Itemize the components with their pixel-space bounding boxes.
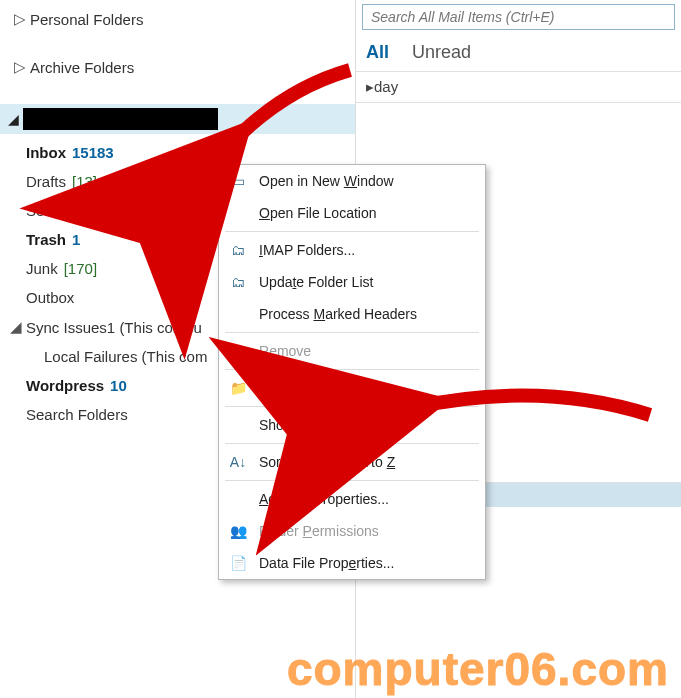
properties-icon: 📄 xyxy=(227,552,249,574)
remove-icon: ✖ xyxy=(227,340,249,362)
menu-data-file-properties[interactable]: 📄 Data File Properties... xyxy=(219,547,485,579)
search-input[interactable]: Search All Mail Items (Ctrl+E) xyxy=(362,4,675,30)
nav-personal-folders[interactable]: ▷ Personal Folders xyxy=(0,4,355,34)
nav-archive-folders[interactable]: ▷ Archive Folders xyxy=(0,52,355,82)
menu-account-properties[interactable]: Account Properties... xyxy=(219,483,485,515)
account-row-selected[interactable]: ◢ xyxy=(0,104,355,134)
refresh-folders-icon: 🗂 xyxy=(227,271,249,293)
window-icon: ▭ xyxy=(227,170,249,192)
menu-new-folder[interactable]: 📁 New Folder... xyxy=(219,372,485,404)
context-menu: ▭ Open in New Window Open File Location … xyxy=(218,164,486,580)
filter-row: All Unread xyxy=(356,36,681,72)
chevron-right-icon: ▷ xyxy=(14,10,24,28)
menu-process-marked-headers[interactable]: Process Marked Headers xyxy=(219,298,485,330)
blank-icon xyxy=(227,488,249,510)
menu-folder-permissions: 👥 Folder Permissions xyxy=(219,515,485,547)
menu-show-in-favorites[interactable]: Show in Favorites xyxy=(219,409,485,441)
chevron-down-icon: ◢ xyxy=(10,318,20,336)
folder-inbox[interactable]: Inbox 15183 xyxy=(22,138,355,167)
menu-separator xyxy=(225,231,479,232)
menu-update-folder-list[interactable]: 🗂 Update Folder List xyxy=(219,266,485,298)
blank-icon xyxy=(227,303,249,325)
sort-az-icon: A↓ xyxy=(227,451,249,473)
filter-unread[interactable]: Unread xyxy=(412,42,471,62)
menu-open-file-location[interactable]: Open File Location xyxy=(219,197,485,229)
chevron-down-icon: ◢ xyxy=(8,111,19,127)
folders-icon: 🗂 xyxy=(227,239,249,261)
menu-open-new-window[interactable]: ▭ Open in New Window xyxy=(219,165,485,197)
search-placeholder: Search All Mail Items (Ctrl+E) xyxy=(371,9,554,25)
watermark: computer06.com xyxy=(0,642,681,696)
filter-all[interactable]: All xyxy=(366,42,389,62)
menu-separator xyxy=(225,369,479,370)
menu-separator xyxy=(225,480,479,481)
menu-remove: ✖ Remove xyxy=(219,335,485,367)
menu-separator xyxy=(225,406,479,407)
chevron-right-icon: ▷ xyxy=(14,58,24,76)
blank-icon xyxy=(227,202,249,224)
blank-icon xyxy=(227,414,249,436)
menu-imap-folders[interactable]: 🗂 IMAP Folders... xyxy=(219,234,485,266)
menu-separator xyxy=(225,443,479,444)
account-name-redacted xyxy=(23,108,218,130)
nav-label: Archive Folders xyxy=(30,59,134,76)
group-header-today[interactable]: ▸day xyxy=(356,72,681,103)
new-folder-icon: 📁 xyxy=(227,377,249,399)
menu-sort-subfolders[interactable]: A↓ Sort Subfolders A to Z xyxy=(219,446,485,478)
menu-separator xyxy=(225,332,479,333)
nav-label: Personal Folders xyxy=(30,11,143,28)
permissions-icon: 👥 xyxy=(227,520,249,542)
